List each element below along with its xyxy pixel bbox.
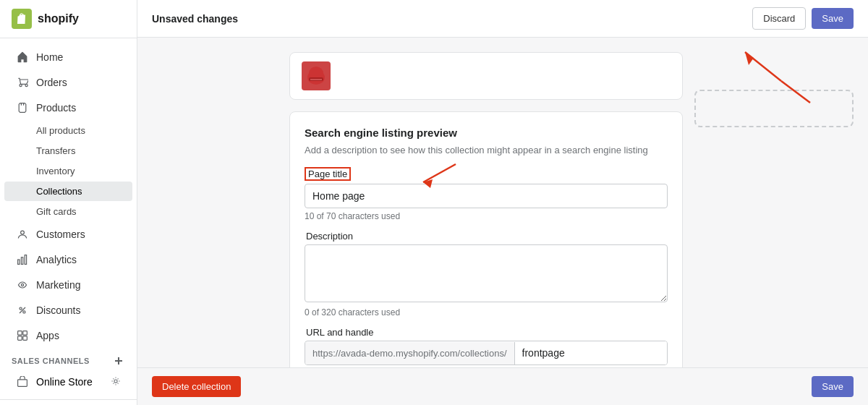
sidebar-item-apps-label: Apps bbox=[36, 330, 59, 341]
svg-point-13 bbox=[114, 379, 117, 382]
add-sales-channel-button[interactable] bbox=[112, 354, 125, 367]
logo-text: shopify bbox=[38, 12, 79, 25]
sidebar-item-marketing[interactable]: Marketing bbox=[4, 273, 132, 297]
products-icon bbox=[16, 101, 29, 114]
save-button-top[interactable]: Save bbox=[812, 8, 854, 29]
svg-rect-8 bbox=[18, 331, 22, 336]
svg-rect-9 bbox=[23, 331, 27, 336]
svg-rect-4 bbox=[25, 255, 26, 265]
gift-cards-label: Gift cards bbox=[36, 206, 77, 217]
sidebar-item-online-store[interactable]: Online Store bbox=[4, 371, 132, 393]
sidebar-item-orders-label: Orders bbox=[36, 77, 67, 88]
delete-collection-button[interactable]: Delete collection bbox=[152, 376, 241, 397]
topbar-title: Unsaved changes bbox=[152, 13, 238, 25]
content-row: Search engine listing preview Add a desc… bbox=[289, 52, 854, 392]
right-column bbox=[694, 52, 854, 127]
shopify-logo-icon bbox=[12, 9, 32, 29]
sidebar-item-orders[interactable]: Orders bbox=[4, 70, 132, 95]
discard-button[interactable]: Discard bbox=[752, 7, 806, 30]
description-char-count: 0 of 320 characters used bbox=[305, 307, 668, 317]
apps-icon bbox=[16, 329, 29, 342]
online-store-label: Online Store bbox=[36, 376, 93, 388]
svg-point-1 bbox=[21, 231, 25, 234]
transfers-label: Transfers bbox=[36, 145, 75, 156]
sidebar-item-all-products[interactable]: All products bbox=[4, 121, 132, 140]
url-handle-row: https://avada-demo.myshopify.com/collect… bbox=[305, 341, 668, 365]
sidebar-item-marketing-label: Marketing bbox=[36, 279, 80, 291]
page-title-label: Page title bbox=[305, 167, 351, 181]
settings-section: Settings bbox=[0, 399, 137, 405]
sidebar-item-customers-label: Customers bbox=[36, 229, 85, 240]
all-products-label: All products bbox=[36, 125, 85, 136]
sidebar: shopify Home Orders Products All product… bbox=[0, 0, 137, 405]
online-store-icon bbox=[16, 375, 29, 388]
sidebar-item-transfers[interactable]: Transfers bbox=[4, 141, 132, 161]
description-label: Description bbox=[305, 231, 354, 242]
svg-rect-11 bbox=[23, 336, 27, 341]
customers-icon bbox=[16, 228, 29, 241]
ghost-card bbox=[694, 90, 854, 127]
product-card-partial bbox=[289, 52, 683, 100]
sidebar-item-home[interactable]: Home bbox=[4, 45, 132, 69]
url-prefix: https://avada-demo.myshopify.com/collect… bbox=[305, 342, 515, 364]
seo-card: Search engine listing preview Add a desc… bbox=[289, 111, 683, 380]
sidebar-item-apps[interactable]: Apps bbox=[4, 323, 132, 348]
sales-channels-header: SALES CHANNELS bbox=[0, 349, 137, 370]
svg-point-5 bbox=[21, 284, 23, 286]
discounts-icon bbox=[16, 304, 29, 317]
description-textarea[interactable] bbox=[305, 244, 668, 302]
sidebar-item-products-label: Products bbox=[36, 102, 76, 114]
logo-area: shopify bbox=[0, 0, 137, 38]
svg-point-7 bbox=[23, 311, 25, 313]
svg-rect-3 bbox=[21, 257, 22, 265]
svg-rect-12 bbox=[18, 380, 27, 387]
topbar: Unsaved changes Discard Save bbox=[137, 0, 868, 38]
inventory-label: Inventory bbox=[36, 166, 75, 176]
svg-point-6 bbox=[20, 307, 22, 310]
marketing-icon bbox=[16, 278, 29, 291]
sidebar-item-analytics[interactable]: Analytics bbox=[4, 247, 132, 272]
product-image-row bbox=[302, 61, 671, 90]
description-field: Description 0 of 320 characters used bbox=[305, 230, 668, 317]
svg-rect-2 bbox=[18, 260, 20, 264]
online-store-settings-icon[interactable] bbox=[111, 376, 121, 388]
page-title-input[interactable] bbox=[305, 184, 668, 208]
page-title-char-count: 10 of 70 characters used bbox=[305, 211, 668, 221]
collections-label: Collections bbox=[36, 186, 82, 197]
home-icon bbox=[16, 51, 29, 64]
sidebar-navigation: Home Orders Products All products Transf… bbox=[0, 38, 137, 399]
sidebar-item-products[interactable]: Products bbox=[4, 95, 132, 120]
main-content: Search engine listing preview Add a desc… bbox=[275, 38, 868, 405]
sidebar-item-discounts-label: Discounts bbox=[36, 304, 80, 316]
svg-rect-10 bbox=[18, 336, 22, 341]
content-main: Search engine listing preview Add a desc… bbox=[289, 52, 683, 392]
sidebar-item-collections[interactable]: Collections bbox=[4, 182, 132, 201]
sidebar-item-inventory[interactable]: Inventory bbox=[4, 161, 132, 181]
sidebar-item-analytics-label: Analytics bbox=[36, 254, 77, 265]
orders-icon bbox=[16, 76, 29, 89]
sidebar-item-customers[interactable]: Customers bbox=[4, 222, 132, 247]
seo-title: Search engine listing preview bbox=[305, 127, 668, 139]
url-handle-input[interactable] bbox=[515, 341, 667, 364]
product-thumbnail bbox=[302, 61, 331, 90]
seo-desc: Add a description to see how this collec… bbox=[305, 145, 668, 155]
sidebar-item-discounts[interactable]: Discounts bbox=[4, 298, 132, 323]
save-button-bottom[interactable]: Save bbox=[812, 376, 854, 397]
sidebar-item-home-label: Home bbox=[36, 51, 63, 63]
analytics-icon bbox=[16, 253, 29, 266]
bottombar: Delete collection Save bbox=[137, 367, 868, 405]
topbar-actions: Discard Save bbox=[752, 7, 854, 30]
url-handle-field: URL and handle https://avada-demo.myshop… bbox=[305, 326, 668, 365]
svg-rect-18 bbox=[310, 79, 322, 80]
sidebar-item-gift-cards[interactable]: Gift cards bbox=[4, 202, 132, 221]
page-title-field: Page title 10 of 70 characters used bbox=[305, 167, 668, 221]
url-handle-label: URL and handle bbox=[305, 327, 375, 338]
